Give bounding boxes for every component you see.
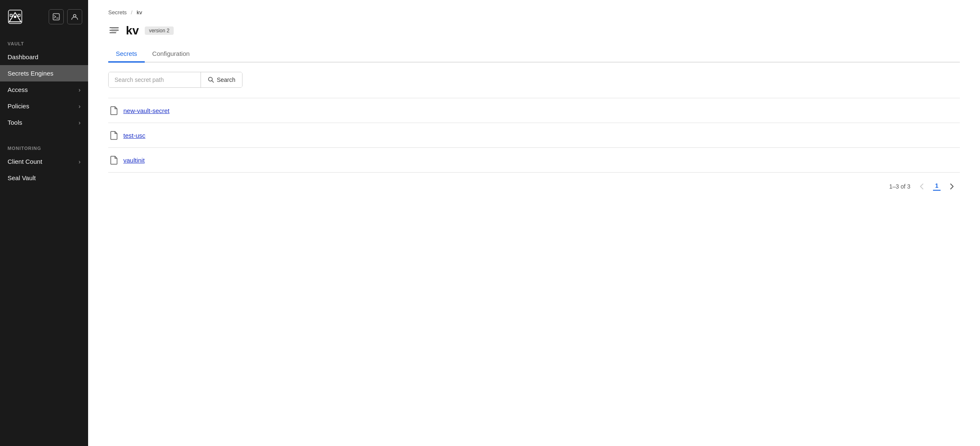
- list-item[interactable]: new-vault-secret: [108, 98, 960, 123]
- list-icon: [108, 25, 120, 37]
- seal-vault-label: Seal Vault: [8, 174, 36, 181]
- tools-chevron-icon: ›: [78, 119, 81, 126]
- current-page: 1: [933, 182, 941, 191]
- breadcrumb-separator: /: [131, 9, 133, 16]
- tools-label: Tools: [8, 119, 22, 126]
- policies-chevron-icon: ›: [78, 103, 81, 110]
- svg-line-14: [212, 81, 214, 82]
- secret-file-icon-2: [110, 155, 118, 165]
- search-button-label: Search: [217, 76, 235, 83]
- search-input[interactable]: [109, 72, 201, 87]
- sidebar-header: [0, 0, 88, 34]
- sidebar-item-access[interactable]: Access ›: [0, 81, 88, 98]
- secret-name-0[interactable]: new-vault-secret: [123, 107, 169, 114]
- list-item[interactable]: vaultinit: [108, 148, 960, 173]
- secret-file-icon-1: [110, 131, 118, 140]
- terminal-button[interactable]: [49, 9, 64, 24]
- version-badge: version 2: [145, 26, 174, 35]
- secret-file-icon-0: [110, 106, 118, 115]
- breadcrumb-current: kv: [137, 9, 142, 16]
- search-bar: Search: [108, 72, 242, 88]
- client-count-label: Client Count: [8, 158, 42, 165]
- sidebar: Vault Dashboard Secrets Engines Access ›…: [0, 0, 88, 446]
- page-header: kv version 2: [108, 24, 960, 37]
- sidebar-item-policies[interactable]: Policies ›: [0, 98, 88, 114]
- secrets-engines-label: Secrets Engines: [8, 70, 53, 77]
- secret-name-2[interactable]: vaultinit: [123, 157, 145, 164]
- monitoring-section-label: Monitoring: [0, 138, 88, 153]
- sidebar-item-secrets-engines[interactable]: Secrets Engines: [0, 65, 88, 81]
- sidebar-item-client-count[interactable]: Client Count ›: [0, 153, 88, 170]
- search-button[interactable]: Search: [201, 72, 242, 87]
- breadcrumb-secrets-link[interactable]: Secrets: [108, 9, 127, 16]
- svg-point-2: [14, 16, 16, 18]
- sidebar-item-dashboard[interactable]: Dashboard: [0, 49, 88, 65]
- main-content: Secrets / kv kv version 2 Secrets Config…: [88, 0, 980, 446]
- svg-rect-5: [53, 14, 60, 20]
- sidebar-actions: [49, 9, 82, 24]
- breadcrumb: Secrets / kv: [108, 9, 960, 16]
- list-item[interactable]: test-usc: [108, 123, 960, 148]
- tab-configuration[interactable]: Configuration: [145, 46, 197, 63]
- pagination: 1–3 of 3 1: [108, 173, 960, 200]
- vault-section-label: Vault: [0, 34, 88, 49]
- page-title: kv: [126, 24, 139, 37]
- tabs-container: Secrets Configuration: [108, 46, 960, 63]
- prev-chevron-icon: [920, 184, 924, 189]
- policies-label: Policies: [8, 102, 29, 110]
- sidebar-item-tools[interactable]: Tools ›: [0, 114, 88, 131]
- user-button[interactable]: [67, 9, 82, 24]
- search-icon: [208, 76, 214, 83]
- sidebar-item-seal-vault[interactable]: Seal Vault: [0, 170, 88, 186]
- tab-secrets[interactable]: Secrets: [108, 46, 145, 63]
- next-page-button[interactable]: [946, 180, 958, 193]
- svg-point-7: [73, 15, 76, 17]
- next-chevron-icon: [950, 184, 954, 189]
- content-area: Secrets / kv kv version 2 Secrets Config…: [88, 0, 980, 446]
- secret-name-1[interactable]: test-usc: [123, 132, 146, 139]
- dashboard-label: Dashboard: [8, 53, 38, 60]
- vault-logo: [6, 8, 24, 26]
- prev-page-button[interactable]: [915, 180, 928, 193]
- client-count-chevron-icon: ›: [78, 158, 81, 165]
- secret-list: new-vault-secret test-usc: [108, 98, 960, 173]
- access-label: Access: [8, 86, 28, 93]
- access-chevron-icon: ›: [78, 87, 81, 93]
- pagination-info: 1–3 of 3: [889, 183, 910, 190]
